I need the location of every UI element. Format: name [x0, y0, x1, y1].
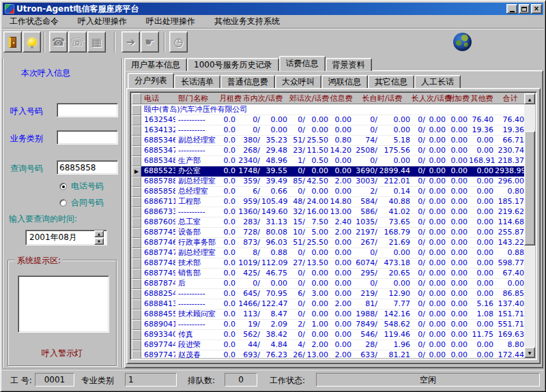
- keypad-button[interactable]: ▦: [87, 31, 106, 52]
- minimize-button[interactable]: [506, 4, 517, 14]
- table-row[interactable]: 6885347----------0.0268/29.4823/11.5014.…: [132, 146, 524, 156]
- exit-button[interactable]: [3, 31, 22, 52]
- radio-phone-number[interactable]: 电话号码: [59, 181, 104, 192]
- pickup-button[interactable]: ☛: [141, 31, 159, 52]
- table-row[interactable]: 6886711工程部0.0959/105.4948/24.0014.80584/…: [132, 197, 524, 207]
- vertical-scrollbar[interactable]: ▲ ▼: [524, 93, 535, 358]
- cell: 13.00: [306, 350, 330, 358]
- table-row[interactable]: 1632549----------0.00/0.000/0.000.000/0.…: [132, 115, 524, 125]
- table-row[interactable]: 1634132----------0.00/0.000/0.000.000/0.…: [132, 125, 524, 136]
- table-row[interactable]: 6888455技术顾问室0.0113/8.470/0.000.001988/14…: [132, 310, 524, 320]
- row-selector[interactable]: [132, 299, 141, 310]
- menu-outbound-ops[interactable]: 呼出处理操作: [145, 14, 197, 29]
- subtab-long-distance-list[interactable]: 长话清单: [174, 75, 220, 88]
- lamp-button[interactable]: [23, 31, 41, 52]
- cell: 0/: [353, 248, 379, 258]
- scrollbar-thumb[interactable]: [524, 131, 535, 245]
- row-selector[interactable]: [132, 279, 141, 289]
- row-selector[interactable]: [132, 125, 141, 136]
- release-call-button[interactable]: ☏: [68, 31, 87, 52]
- cell: 6888254: [141, 289, 175, 299]
- row-selector[interactable]: [132, 248, 141, 258]
- row-selector[interactable]: [132, 258, 141, 269]
- row-selector-current[interactable]: ▶: [132, 166, 141, 177]
- subtab-mass-call[interactable]: 大众呼叫: [275, 75, 321, 88]
- row-selector[interactable]: [132, 217, 141, 228]
- query-number-input[interactable]: [57, 160, 118, 175]
- row-selector[interactable]: [132, 238, 141, 248]
- subtab-other-info[interactable]: 其它信息: [368, 75, 414, 88]
- table-row[interactable]: 6887609总工室0.0283/31.1315/7.502.401035/73…: [132, 217, 524, 228]
- row-selector[interactable]: [132, 269, 141, 279]
- row-selector[interactable]: [132, 115, 141, 125]
- table-row[interactable]: 6885348生产部0.02340/48.961/0.500.000/0.000…: [132, 156, 524, 166]
- spin-down-button[interactable]: ▼: [94, 238, 104, 245]
- row-selector[interactable]: [132, 156, 141, 166]
- subtab-manual-long-distance[interactable]: 人工长话: [414, 75, 461, 88]
- tab-user-basic-info[interactable]: 用户基本信息: [124, 58, 187, 71]
- cell: 后: [175, 279, 219, 289]
- menu-work-state[interactable]: 工作状态命令: [8, 14, 60, 29]
- row-selector[interactable]: [132, 320, 141, 330]
- table-row[interactable]: 6887746行政事务部0.0873/96.0351/25.500.00267/…: [132, 238, 524, 248]
- table-row[interactable]: 6888413----------0.01466/122.470/0.002.0…: [132, 299, 524, 310]
- cell: 0/: [412, 320, 427, 330]
- tab-call-fee-info[interactable]: 话费信息: [279, 56, 326, 71]
- spin-up-button[interactable]: ▲: [94, 230, 104, 237]
- table-row[interactable]: 6887874后0.00/0.000/0.000.000/0.000/0.000…: [132, 279, 524, 289]
- row-selector[interactable]: [132, 146, 141, 156]
- cell: 0.00: [427, 269, 447, 279]
- subtab-common-info-fee[interactable]: 普通信息费: [220, 75, 275, 88]
- company-row[interactable]: 颐中(青岛)汽车冲压件有限公司: [132, 105, 524, 115]
- table-row[interactable]: 6887749销售部0.0425/46.750/0.000.00295/20.6…: [132, 269, 524, 279]
- close-button[interactable]: ×: [531, 4, 542, 14]
- subtab-account-list[interactable]: 分户列表: [128, 73, 174, 88]
- table-row[interactable]: ▶6885523办公室0.01748/39.550/0.000.003690/2…: [132, 166, 524, 177]
- table-row[interactable]: 6885346副总经理室0.0380/35.2351/25.500.8074/5…: [132, 136, 524, 146]
- table-row[interactable]: 6893340传真0.0562/38.420/0.000.00546/119.4…: [132, 330, 524, 340]
- row-selector[interactable]: [132, 228, 141, 238]
- table-row[interactable]: 6887745设备部0.0728/80.0810/5.002.002197/16…: [132, 228, 524, 238]
- row-selector[interactable]: [132, 289, 141, 299]
- cell: 1035/: [353, 217, 379, 228]
- subtab-honglian-info[interactable]: 鸿联信息: [321, 75, 368, 88]
- table-row[interactable]: 6897747赵茂春0.0693/76.2326/13.002.00633/81…: [132, 350, 524, 358]
- row-selector[interactable]: [132, 197, 141, 207]
- business-type-input[interactable]: [57, 130, 118, 145]
- query-time-spinner[interactable]: 2001年08月 ▲ ▼: [25, 230, 107, 245]
- scroll-down-button[interactable]: ▼: [524, 347, 535, 358]
- caller-number-input[interactable]: [57, 103, 118, 117]
- table-row[interactable]: 6889041----------0.019/2.092/1.000.00784…: [132, 320, 524, 330]
- table-row[interactable]: 6886733----------0.01360/149.6032/16.001…: [132, 207, 524, 217]
- cell: 0.0: [219, 350, 237, 358]
- row-selector[interactable]: [132, 207, 141, 217]
- cell: 0/: [289, 166, 306, 177]
- row-selector[interactable]: [132, 187, 141, 197]
- menu-inbound-ops[interactable]: 呼入处理操作: [76, 14, 128, 29]
- table-row[interactable]: 6897744段进荣0.044/4.844/2.000.0028/1.960/0…: [132, 340, 524, 350]
- row-selector[interactable]: [132, 136, 141, 146]
- system-prompt-textarea[interactable]: [18, 275, 109, 333]
- table-row[interactable]: 6887747副总经理室0.08/0.880/0.000.000/0.000/0…: [132, 248, 524, 258]
- row-selector[interactable]: [132, 310, 141, 320]
- cell: 8.47: [261, 310, 289, 320]
- table-row[interactable]: 6885858总经理室0.06/0.660/0.000.002/0.140/0.…: [132, 187, 524, 197]
- scroll-up-button[interactable]: ▲: [524, 93, 535, 104]
- table-row[interactable]: 6885788副总经理室0.0359/39.4985/42.502.003003…: [132, 177, 524, 187]
- radio-contract-number[interactable]: 合同号码: [59, 197, 104, 209]
- row-selector[interactable]: [132, 105, 141, 115]
- answer-call-button[interactable]: ☎: [49, 31, 68, 52]
- row-selector[interactable]: [132, 340, 141, 350]
- row-selector[interactable]: [132, 350, 141, 358]
- tab-background-info[interactable]: 背景资料: [326, 58, 372, 71]
- row-selector[interactable]: [132, 177, 141, 187]
- restore-button[interactable]: [519, 4, 530, 14]
- cell: 19/: [237, 320, 261, 330]
- table-row[interactable]: 6887748技术部0.01019/112.0927/13.500.006074…: [132, 258, 524, 269]
- menu-other-services[interactable]: 其他业务支持系统: [213, 14, 281, 29]
- dial-button[interactable]: ◷: [169, 31, 188, 52]
- table-row[interactable]: 6888254----------0.0645/70.956/3.000.002…: [132, 289, 524, 299]
- tab-1000-service-history[interactable]: 1000号服务历史记录: [187, 58, 279, 71]
- transfer-button[interactable]: ➔: [121, 31, 140, 52]
- row-selector[interactable]: [132, 330, 141, 340]
